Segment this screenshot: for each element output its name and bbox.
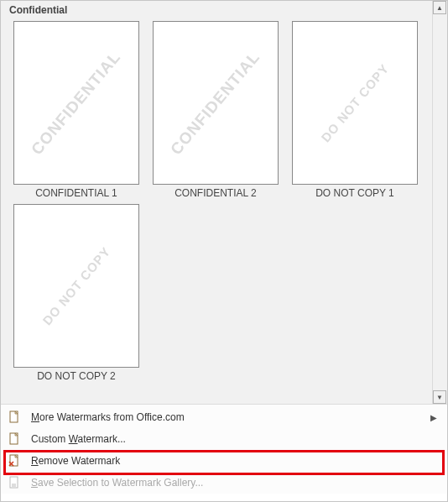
page-icon bbox=[6, 431, 23, 447]
submenu-arrow-icon: ▶ bbox=[430, 413, 437, 422]
thumbnail-grid: CONFIDENTIAL CONFIDENTIAL 1 CONFIDENTIAL… bbox=[1, 18, 432, 392]
menu-remove-watermark[interactable]: Remove Watermark bbox=[1, 450, 447, 472]
scroll-down-button[interactable]: ▼ bbox=[433, 390, 446, 404]
chevron-down-icon: ▼ bbox=[436, 394, 443, 401]
scrollbar[interactable]: ▲ ▼ bbox=[432, 1, 447, 404]
watermark-text: CONFIDENTIAL bbox=[28, 48, 124, 159]
watermark-preview: DO NOT COPY bbox=[292, 21, 418, 185]
watermark-label: DO NOT COPY 2 bbox=[9, 370, 143, 382]
page-icon bbox=[6, 409, 23, 426]
menu-label: Save Selection to Watermark Gallery... bbox=[31, 477, 440, 489]
watermark-text: DO NOT COPY bbox=[39, 244, 113, 328]
watermark-label: DO NOT COPY 1 bbox=[288, 187, 422, 199]
watermark-option-do-not-copy-1[interactable]: DO NOT COPY DO NOT COPY 1 bbox=[288, 21, 422, 199]
section-header-confidential: Confidential bbox=[1, 1, 432, 18]
watermark-option-confidential-2[interactable]: CONFIDENTIAL CONFIDENTIAL 2 bbox=[148, 21, 283, 199]
menu-label: Remove Watermark bbox=[31, 455, 440, 467]
watermark-preview: DO NOT COPY bbox=[13, 204, 139, 368]
watermark-gallery: Confidential CONFIDENTIAL CONFIDENTIAL 1… bbox=[1, 1, 447, 404]
watermark-text: DO NOT COPY bbox=[318, 61, 392, 145]
watermark-label: CONFIDENTIAL 1 bbox=[9, 187, 143, 199]
chevron-up-icon: ▲ bbox=[436, 4, 443, 12]
svg-rect-4 bbox=[12, 484, 16, 487]
watermark-label: CONFIDENTIAL 2 bbox=[148, 187, 283, 199]
menu-label: Custom Watermark... bbox=[31, 433, 440, 445]
watermark-text: CONFIDENTIAL bbox=[167, 48, 263, 159]
watermark-option-do-not-copy-2[interactable]: DO NOT COPY DO NOT COPY 2 bbox=[9, 204, 143, 382]
watermark-option-confidential-1[interactable]: CONFIDENTIAL CONFIDENTIAL 1 bbox=[9, 21, 143, 199]
menu-custom-watermark[interactable]: Custom Watermark... bbox=[1, 428, 447, 450]
menu-area: More Watermarks from Office.com ▶ Custom… bbox=[1, 404, 447, 494]
save-to-gallery-icon bbox=[6, 474, 23, 491]
watermark-preview: CONFIDENTIAL bbox=[13, 21, 139, 185]
menu-label: More Watermarks from Office.com bbox=[31, 411, 430, 423]
menu-more-watermarks[interactable]: More Watermarks from Office.com ▶ bbox=[1, 406, 447, 428]
gallery-main: Confidential CONFIDENTIAL CONFIDENTIAL 1… bbox=[1, 1, 432, 404]
watermark-preview: CONFIDENTIAL bbox=[153, 21, 279, 185]
remove-watermark-icon bbox=[6, 452, 23, 469]
scroll-up-button[interactable]: ▲ bbox=[433, 1, 446, 14]
menu-save-selection: Save Selection to Watermark Gallery... bbox=[1, 472, 447, 494]
